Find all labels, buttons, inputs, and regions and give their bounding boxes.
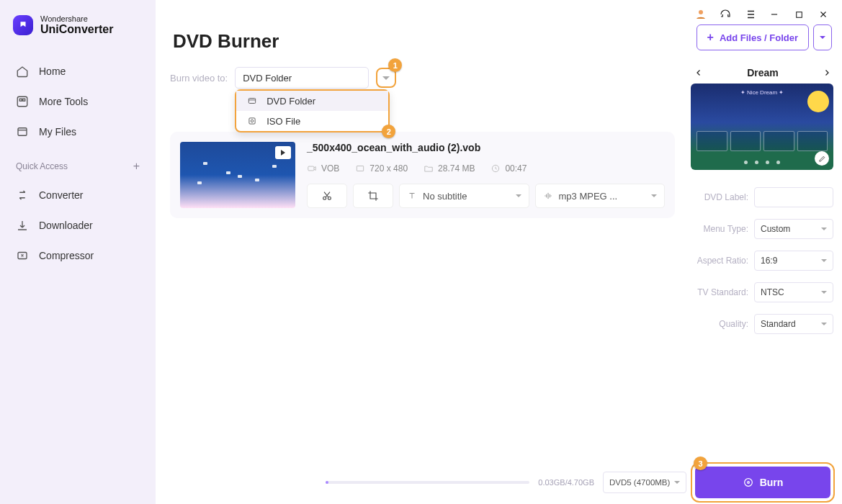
quick-access-header: Quick Access + xyxy=(0,147,156,180)
footer: 0.03GB/4.70GB DVD5 (4700MB) 3 Burn xyxy=(311,461,842,504)
svg-rect-8 xyxy=(249,118,255,124)
chevron-down-icon xyxy=(821,323,827,325)
file-size: 28.74 MB xyxy=(438,163,475,174)
avatar-icon[interactable] xyxy=(694,7,708,22)
chevron-down-icon xyxy=(821,259,827,262)
home-icon xyxy=(16,65,29,78)
nav-more-tools[interactable]: More Tools xyxy=(0,86,156,117)
quick-access-add[interactable]: + xyxy=(133,160,140,173)
svg-rect-11 xyxy=(357,166,364,171)
audio-value: mp3 MPEG ... xyxy=(559,191,618,202)
trim-button[interactable] xyxy=(307,184,347,208)
svg-rect-1 xyxy=(19,99,22,101)
menu-icon[interactable] xyxy=(743,7,757,22)
close-button[interactable] xyxy=(816,7,830,22)
file-card: _500x400_ocean_with_audio (2).vob VOB 72… xyxy=(170,132,675,218)
files-icon xyxy=(16,125,29,138)
nav-label: Downloader xyxy=(39,220,93,231)
disc-type-select[interactable]: DVD5 (4700MB) xyxy=(603,472,686,493)
svg-rect-7 xyxy=(249,99,256,104)
burn-to-dropdown-toggle[interactable]: 1 xyxy=(376,68,396,88)
minimize-button[interactable] xyxy=(767,7,781,22)
maximize-button[interactable] xyxy=(792,7,806,22)
chevron-down-icon xyxy=(651,194,657,197)
resolution-icon xyxy=(355,163,365,174)
svg-rect-3 xyxy=(18,127,27,135)
svg-point-16 xyxy=(747,482,749,484)
support-icon[interactable] xyxy=(718,7,733,22)
plus-icon: + xyxy=(707,31,714,44)
quality-label: Quality: xyxy=(692,319,748,329)
aspect-ratio-label: Aspect Ratio: xyxy=(692,256,748,266)
file-info-row: VOB 720 x 480 28.74 MB 00:47 xyxy=(307,163,665,174)
nav-my-files[interactable]: My Files xyxy=(0,117,156,147)
nav-label: Converter xyxy=(39,189,83,201)
svg-rect-6 xyxy=(796,12,802,17)
burn-to-label: Burn video to: xyxy=(170,73,228,84)
menu-type-label: Menu Type: xyxy=(692,224,748,234)
dvd-label-input[interactable] xyxy=(754,187,833,207)
titlebar xyxy=(156,0,842,24)
edit-menu-button[interactable] xyxy=(815,151,829,166)
chevron-down-icon xyxy=(820,36,825,39)
file-format: VOB xyxy=(321,163,339,174)
nav-home[interactable]: Home xyxy=(0,56,156,86)
preview-title: Dream xyxy=(747,67,779,78)
file-resolution: 720 x 480 xyxy=(370,163,408,174)
brand: Wondershare UniConverter xyxy=(0,10,156,56)
prev-template-button[interactable] xyxy=(692,66,705,79)
burn-label: Burn xyxy=(760,477,784,488)
nav-label: More Tools xyxy=(39,96,88,107)
nav-downloader[interactable]: Downloader xyxy=(0,210,156,240)
chevron-down-icon xyxy=(821,291,827,294)
add-files-button[interactable]: + Add Files / Folder xyxy=(697,24,809,50)
nav-converter[interactable]: Converter xyxy=(0,180,156,210)
svg-rect-2 xyxy=(23,99,25,101)
file-duration: 00:47 xyxy=(505,163,527,174)
quality-select[interactable]: Standard xyxy=(754,314,833,334)
dropdown-opt-iso[interactable]: ISO File xyxy=(236,111,388,131)
brand-top: Wondershare xyxy=(40,14,113,23)
nav-compressor[interactable]: Compressor xyxy=(0,240,156,271)
duration-icon xyxy=(491,163,501,174)
tools-icon xyxy=(16,95,29,108)
chevron-down-icon xyxy=(674,481,680,484)
disc-icon xyxy=(743,477,754,488)
camera-icon xyxy=(307,163,317,174)
converter-icon xyxy=(16,189,29,202)
aspect-ratio-select[interactable]: 16:9 xyxy=(754,251,833,271)
next-template-button[interactable] xyxy=(820,66,833,79)
tv-standard-select[interactable]: NTSC xyxy=(754,282,833,302)
app-logo-icon xyxy=(13,15,33,35)
main: DVD Burner Burn video to: DVD Folder DVD… xyxy=(156,0,842,504)
burn-to-dropdown: DVD Folder ISO File 2 xyxy=(235,89,390,132)
center-panel: DVD Burner Burn video to: DVD Folder DVD… xyxy=(156,24,686,504)
add-files-dropdown[interactable] xyxy=(813,24,832,50)
audio-select[interactable]: mp3 MPEG ... xyxy=(535,184,666,208)
svg-point-15 xyxy=(744,479,752,487)
subtitle-value: No subtitle xyxy=(423,191,467,202)
burn-to-value: DVD Folder xyxy=(243,73,292,84)
preview-decoration xyxy=(807,91,829,112)
subtitle-select[interactable]: No subtitle xyxy=(399,184,529,208)
sidebar: Wondershare UniConverter Home More Tools… xyxy=(0,0,156,504)
annotation-badge-1: 1 xyxy=(388,58,402,72)
tv-standard-label: TV Standard: xyxy=(692,287,748,297)
page-title: DVD Burner xyxy=(170,24,675,67)
brand-bottom: UniConverter xyxy=(40,23,113,36)
burn-button[interactable]: Burn xyxy=(695,467,830,498)
nav-label: My Files xyxy=(39,126,76,138)
crop-button[interactable] xyxy=(353,184,393,208)
menu-type-select[interactable]: Custom xyxy=(754,219,833,239)
burn-to-select[interactable]: DVD Folder xyxy=(235,67,369,89)
compressor-icon xyxy=(16,249,29,262)
menu-preview[interactable]: ✦ Nice Dream ✦ xyxy=(691,84,833,170)
dropdown-opt-dvd-folder[interactable]: DVD Folder xyxy=(236,91,388,111)
svg-point-9 xyxy=(251,120,254,122)
svg-point-5 xyxy=(699,10,703,14)
folder-size-icon xyxy=(424,163,434,174)
nav-label: Home xyxy=(39,66,66,77)
svg-rect-10 xyxy=(308,166,314,171)
nav-label: Compressor xyxy=(39,250,94,261)
video-thumbnail[interactable] xyxy=(180,142,295,208)
